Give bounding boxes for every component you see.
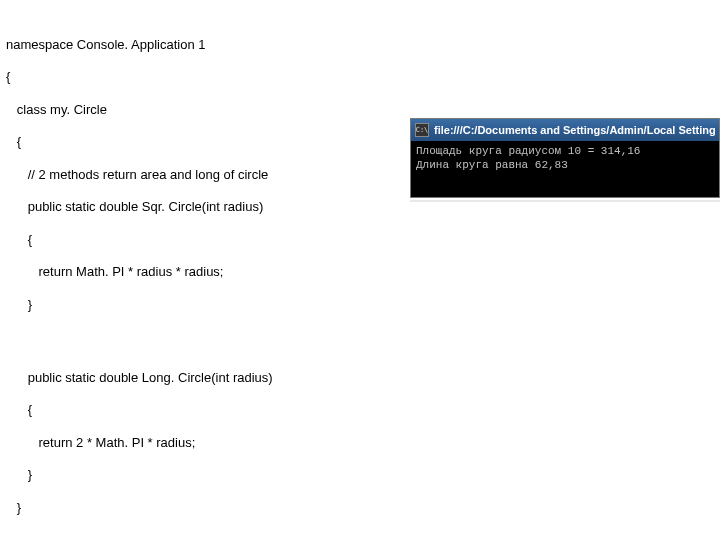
code-line: { bbox=[6, 69, 714, 85]
code-line: return 2 * Math. PI * radius; bbox=[6, 435, 714, 451]
code-line: class my. Circle bbox=[6, 102, 714, 118]
code-line: } bbox=[6, 467, 714, 483]
code-listing: namespace Console. Application 1 { class… bbox=[0, 0, 720, 540]
code-line: return Math. PI * radius * radius; bbox=[6, 264, 714, 280]
code-line: { bbox=[6, 402, 714, 418]
console-window: C:\ file:///C:/Documents and Settings/Ad… bbox=[410, 118, 720, 198]
code-line: } bbox=[6, 297, 714, 313]
divider bbox=[410, 200, 720, 202]
window-title: file:///C:/Documents and Settings/Admin/… bbox=[434, 124, 715, 136]
console-icon: C:\ bbox=[415, 123, 429, 137]
code-line: { bbox=[6, 232, 714, 248]
console-output: Площадь круга радиусом 10 = 314,16 Длина… bbox=[411, 141, 719, 197]
code-line: } bbox=[6, 500, 714, 516]
title-bar[interactable]: C:\ file:///C:/Documents and Settings/Ad… bbox=[411, 119, 719, 141]
console-line: Площадь круга радиусом 10 = 314,16 bbox=[416, 145, 640, 157]
code-line: public static double Long. Circle(int ra… bbox=[6, 370, 714, 386]
code-line: namespace Console. Application 1 bbox=[6, 37, 714, 53]
console-line: Длина круга равна 62,83 bbox=[416, 159, 568, 171]
